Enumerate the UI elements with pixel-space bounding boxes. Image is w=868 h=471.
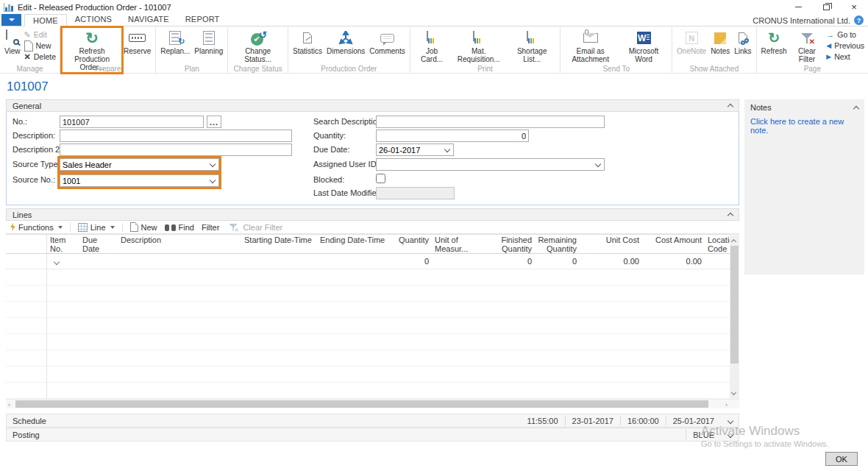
quantity-input[interactable] xyxy=(376,130,529,142)
col-starting-date-time[interactable]: Starting Date-Time xyxy=(241,235,317,253)
source-type-input[interactable] xyxy=(60,159,207,170)
edit-button[interactable]: ✎Edit xyxy=(23,29,58,40)
view-button[interactable]: View xyxy=(2,28,23,56)
assigned-user-combo[interactable] xyxy=(376,158,605,171)
mat-requisition-button[interactable]: Mat. Requisition... xyxy=(451,28,506,64)
chevron-down-icon[interactable] xyxy=(210,161,216,167)
tab-home[interactable]: HOME xyxy=(24,14,67,26)
filter-button[interactable]: Filter xyxy=(202,223,219,232)
remaining-quantity-cell[interactable]: 0 xyxy=(535,257,580,266)
tab-actions[interactable]: ACTIONS xyxy=(67,13,120,26)
due-date-input[interactable] xyxy=(377,144,441,155)
description2-input[interactable] xyxy=(60,144,292,156)
chevron-down-icon[interactable] xyxy=(444,146,450,152)
close-button[interactable]: × xyxy=(840,0,868,14)
notes-factbox: Notes Click here to create a new note. xyxy=(744,99,864,275)
chevron-down-icon[interactable] xyxy=(54,259,60,265)
new-button[interactable]: New xyxy=(23,40,58,51)
blocked-checkbox[interactable] xyxy=(376,174,385,183)
help-icon[interactable]: ? xyxy=(854,15,864,25)
posting-fasttab[interactable]: Posting BLUE xyxy=(6,428,739,442)
scroll-up-icon[interactable] xyxy=(731,239,736,244)
find-button[interactable]: Find xyxy=(165,223,194,232)
table-row[interactable]: 0 0 0 0.00 0.00 xyxy=(6,254,730,269)
cost-amount-cell[interactable]: 0.00 xyxy=(642,257,705,266)
col-cost-amount[interactable]: Cost Amount xyxy=(642,235,705,253)
ok-button[interactable]: OK xyxy=(825,452,858,466)
collapse-icon[interactable] xyxy=(853,105,859,111)
replan-button[interactable]: ↻ Replan... xyxy=(158,28,192,56)
clear-filter-button[interactable]: ✕ Clear Filter xyxy=(789,28,825,64)
comments-button[interactable]: Comments xyxy=(367,28,407,56)
chevron-down-icon[interactable] xyxy=(210,177,216,183)
change-status-button[interactable]: ✔↻ Change Status... xyxy=(230,28,285,64)
links-button[interactable]: Links xyxy=(732,28,753,56)
scrollbar-thumb[interactable] xyxy=(730,246,739,364)
application-menu-button[interactable] xyxy=(1,14,21,26)
source-no-combo[interactable] xyxy=(60,174,219,187)
vertical-scrollbar[interactable] xyxy=(730,234,739,399)
clear-filter-line-button[interactable]: ✕Clear Filter xyxy=(227,222,282,233)
onenote-button[interactable]: N OneNote xyxy=(675,28,708,56)
col-quantity[interactable]: Quantity xyxy=(390,235,432,253)
scroll-left-icon[interactable]: ‹ xyxy=(8,401,10,408)
planning-button[interactable]: Planning xyxy=(192,28,225,56)
microsoft-word-button[interactable]: W Microsoft Word xyxy=(618,28,669,64)
source-no-input[interactable] xyxy=(60,175,207,186)
job-card-button[interactable]: Job Card... xyxy=(413,28,452,64)
scrollbar-thumb[interactable] xyxy=(15,400,708,408)
email-as-attachment-button[interactable]: Email as Attachment xyxy=(563,28,618,64)
dimensions-button[interactable]: Dimensions xyxy=(324,28,367,56)
col-item-no[interactable]: Item No. xyxy=(47,235,79,253)
reserve-button[interactable]: Reserve xyxy=(121,28,153,56)
statistics-button[interactable]: Statistics xyxy=(291,28,324,56)
expand-icon[interactable] xyxy=(728,417,733,423)
col-finished-quantity[interactable]: Finished Quantity xyxy=(489,235,535,253)
quantity-cell[interactable]: 0 xyxy=(390,257,432,266)
scroll-right-icon[interactable]: › xyxy=(725,401,728,408)
no-input[interactable] xyxy=(60,116,204,128)
minimize-button[interactable] xyxy=(784,0,812,14)
col-ending-date-time[interactable]: Ending Date-Time xyxy=(317,235,390,253)
description-input[interactable] xyxy=(60,130,292,142)
col-location-code[interactable]: Location Code xyxy=(705,235,730,253)
unit-cost-cell[interactable]: 0.00 xyxy=(580,257,642,266)
app-icon xyxy=(4,3,13,12)
due-date-combo[interactable] xyxy=(376,144,454,156)
notes-button[interactable]: Notes xyxy=(708,28,732,56)
refresh-button[interactable]: ↻ Refresh xyxy=(759,28,789,56)
delete-button[interactable]: ✕Delete xyxy=(23,52,58,62)
col-due-date[interactable]: Due Date xyxy=(79,235,118,253)
assigned-user-input[interactable] xyxy=(377,159,592,170)
line-menu-button[interactable]: Line xyxy=(78,223,115,232)
source-type-combo[interactable] xyxy=(60,158,219,171)
col-remaining-quantity[interactable]: Remaining Quantity xyxy=(535,235,580,253)
horizontal-scrollbar[interactable]: ‹ › xyxy=(6,399,739,408)
col-unit-of-measure[interactable]: Unit of Measur... xyxy=(432,235,489,253)
finished-quantity-cell[interactable]: 0 xyxy=(489,257,535,266)
restore-button[interactable] xyxy=(812,0,840,14)
new-note-link[interactable]: Click here to create a new note. xyxy=(744,114,864,138)
collapse-icon[interactable] xyxy=(728,104,733,110)
chevron-down-icon[interactable] xyxy=(595,161,601,167)
col-unit-cost[interactable]: Unit Cost xyxy=(580,235,642,253)
col-description[interactable]: Description xyxy=(118,235,241,253)
collapse-icon[interactable] xyxy=(728,213,733,219)
goto-button[interactable]: →Go to xyxy=(825,29,866,40)
general-section-header[interactable]: General xyxy=(6,99,739,112)
tab-navigate[interactable]: NAVIGATE xyxy=(120,13,177,26)
search-description-input[interactable] xyxy=(376,116,605,128)
scroll-down-icon[interactable] xyxy=(731,390,736,395)
schedule-fasttab[interactable]: Schedule 11:55:00 23-01-2017 16:00:00 25… xyxy=(6,414,739,428)
shortage-list-button[interactable]: Shortage List... xyxy=(506,28,558,64)
tab-report[interactable]: REPORT xyxy=(177,13,228,26)
new-line-button[interactable]: New xyxy=(130,222,157,232)
functions-menu-button[interactable]: Functions xyxy=(10,223,63,232)
expand-icon[interactable] xyxy=(728,431,733,437)
previous-button[interactable]: ◀Previous xyxy=(825,40,866,51)
assist-edit-button[interactable]: ... xyxy=(207,116,221,128)
check-circle-icon: ✔↻ xyxy=(251,31,266,46)
item-no-cell[interactable] xyxy=(47,257,79,266)
lines-section-header[interactable]: Lines xyxy=(6,208,739,221)
next-button[interactable]: ▶Next xyxy=(825,52,866,62)
